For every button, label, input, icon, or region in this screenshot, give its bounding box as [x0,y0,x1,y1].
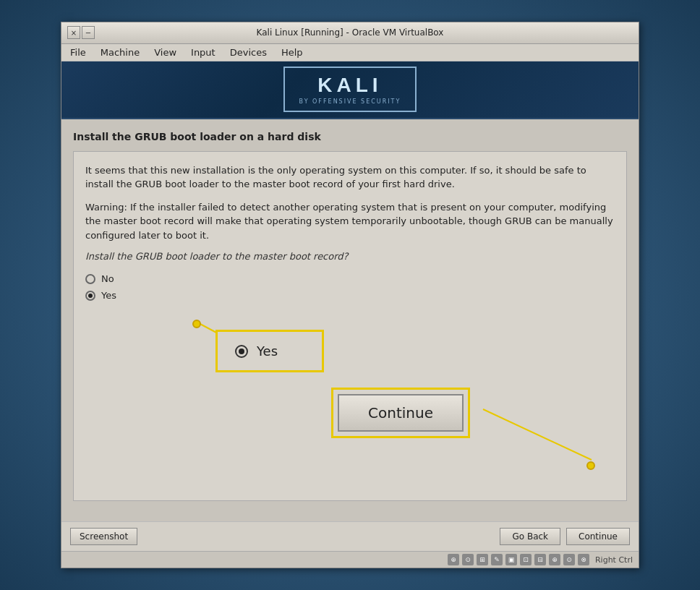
status-icon-4: ✎ [491,554,503,565]
annotation-dot-yes [192,320,201,328]
svg-line-1 [483,409,592,460]
menu-devices[interactable]: Devices [224,46,273,59]
right-ctrl-label: Right Ctrl [595,555,633,565]
menu-file[interactable]: File [64,46,92,59]
kali-header: KALI BY OFFENSIVE SECURITY [61,61,639,119]
main-content: Install the GRUB boot loader on a hard d… [61,119,639,522]
status-icon-5: ▣ [505,554,517,565]
radio-no-label: No [101,273,114,284]
question-text: Install the GRUB boot loader to the mast… [85,251,615,262]
kali-logo-sub: BY OFFENSIVE SECURITY [299,98,401,105]
menu-help[interactable]: Help [276,46,309,59]
radio-no[interactable]: No [85,273,615,284]
screenshot-button[interactable]: Screenshot [70,528,137,545]
status-icon-8: ⊕ [549,554,560,565]
inner-panel: It seems that this new installation is t… [73,151,627,502]
title-bar: × − Kali Linux [Running] - Oracle VM Vir… [61,22,639,44]
virtualbox-window: × − Kali Linux [Running] - Oracle VM Vir… [61,22,639,569]
zoom-continue-box: Continue [331,388,470,438]
radio-yes-circle [85,291,95,301]
go-back-button[interactable]: Go Back [500,528,560,545]
menu-view[interactable]: View [148,46,182,59]
status-icon-2: ⊙ [462,554,474,565]
radio-yes[interactable]: Yes [85,290,615,301]
radio-no-circle [85,274,95,284]
zoom-continue-border: Continue [331,388,470,438]
zoom-continue-button[interactable]: Continue [338,394,464,432]
status-icon-9: ⊙ [563,554,575,565]
kali-logo: KALI BY OFFENSIVE SECURITY [283,67,417,112]
bottom-right: Go Back Continue [500,528,630,545]
continue-button[interactable]: Continue [566,528,630,545]
window-title: Kali Linux [Running] - Oracle VM Virtual… [257,27,444,38]
menu-bar: File Machine View Input Devices Help [61,44,639,61]
annotation-area: Yes Continue [85,315,615,489]
minimize-button[interactable]: − [82,26,95,39]
bottom-bar: Screenshot Go Back Continue [61,521,639,551]
menu-machine[interactable]: Machine [95,46,145,59]
annotation-dot-continue [586,461,595,470]
status-icon-7: ⊟ [534,554,546,565]
status-icon-3: ⊞ [477,554,488,565]
page-title: Install the GRUB boot loader on a hard d… [73,131,627,142]
radio-yes-label: Yes [101,290,116,301]
description-text-1: It seems that this new installation is t… [85,163,615,192]
status-icon-1: ⊕ [448,554,459,565]
close-button[interactable]: × [67,26,80,39]
warning-text: Warning: If the installer failed to dete… [85,200,615,243]
zoom-yes-content: Yes [215,330,324,372]
kali-logo-text: KALI [317,74,382,97]
zoom-yes-box: Yes [215,330,324,372]
status-icon-10: ⊗ [578,554,589,565]
radio-group: No Yes [85,273,615,301]
bottom-left: Screenshot [70,528,137,545]
menu-input[interactable]: Input [185,46,221,59]
status-icon-6: ⊡ [520,554,532,565]
zoom-yes-text: Yes [257,343,278,359]
title-bar-buttons: × − [67,26,95,39]
status-bar: ⊕ ⊙ ⊞ ✎ ▣ ⊡ ⊟ ⊕ ⊙ ⊗ Right Ctrl [61,551,639,568]
zoom-yes-radio-icon [235,345,248,358]
